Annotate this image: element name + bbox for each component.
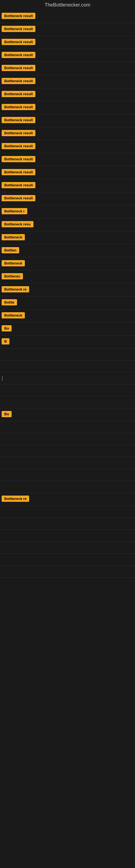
- bottleneck-result-badge[interactable]: Bottleneck result: [2, 65, 35, 71]
- bottleneck-result-badge[interactable]: Bottleneck result: [2, 156, 35, 162]
- bottleneck-result-badge[interactable]: Bottleneck r: [2, 208, 27, 214]
- table-row: Bottleneck: [0, 257, 135, 271]
- table-row: Bottleneck result: [0, 153, 135, 166]
- bottleneck-result-badge[interactable]: Bottleneck: [2, 260, 25, 267]
- table-row: [0, 506, 135, 518]
- table-row: [0, 396, 135, 408]
- table-row: Bottleneck re: [0, 283, 135, 297]
- table-row: [0, 542, 135, 554]
- bottleneck-result-badge[interactable]: Bottlenec: [2, 273, 23, 279]
- table-row: [0, 518, 135, 530]
- bottleneck-result-badge[interactable]: B: [2, 338, 9, 344]
- table-row: |: [0, 372, 135, 384]
- table-row: Bottleneck result: [0, 166, 135, 179]
- table-row: [0, 421, 135, 433]
- table-row: Bottleneck result: [0, 114, 135, 127]
- table-row: Bottleneck result: [0, 49, 135, 62]
- table-row: Bottleneck result: [0, 62, 135, 75]
- bottleneck-result-badge[interactable]: Bottle: [2, 299, 17, 305]
- table-row: Bottleneck result: [0, 36, 135, 49]
- bottleneck-result-badge[interactable]: Bottleneck result: [2, 104, 35, 110]
- bottleneck-result-badge[interactable]: Bottleneck result: [2, 13, 35, 19]
- table-row: Bottleneck result: [0, 140, 135, 153]
- bottleneck-result-badge[interactable]: Bottleneck resu: [2, 221, 34, 227]
- bottleneck-result-badge[interactable]: Bottleneck result: [2, 26, 35, 32]
- table-row: [0, 361, 135, 372]
- table-row: Bottleneck result: [0, 75, 135, 88]
- bottleneck-result-badge[interactable]: Bo: [2, 411, 12, 417]
- table-row: [0, 433, 135, 445]
- site-title: TheBottlenecker.com: [0, 0, 135, 10]
- bottleneck-result-badge[interactable]: Bottleneck result: [2, 182, 35, 188]
- table-row: Bottlen: [0, 244, 135, 257]
- bottleneck-result-badge[interactable]: Bottleneck re: [2, 496, 29, 502]
- table-row: Bottleneck result: [0, 101, 135, 114]
- bottleneck-result-badge[interactable]: Bottlen: [2, 247, 19, 253]
- table-row: Bottleneck result: [0, 179, 135, 192]
- table-row: [0, 530, 135, 542]
- bottleneck-result-badge[interactable]: Bottleneck re: [2, 286, 29, 292]
- table-row: Bottleneck re: [0, 493, 135, 506]
- table-row: [0, 445, 135, 457]
- table-row: Bottleneck result: [0, 127, 135, 140]
- table-row: [0, 565, 135, 578]
- table-row: Bo: [0, 408, 135, 421]
- bottleneck-result-badge[interactable]: Bottleneck result: [2, 130, 35, 136]
- table-row: Bo: [0, 322, 135, 336]
- table-row: Bottleneck result: [0, 10, 135, 23]
- table-row: Bottlenec: [0, 271, 135, 283]
- table-row: Bottleneck: [0, 310, 135, 322]
- bottleneck-result-badge[interactable]: Bottleneck: [2, 234, 25, 240]
- table-row: Bottleneck resu: [0, 218, 135, 231]
- table-row: Bottleneck result: [0, 23, 135, 36]
- bottleneck-result-badge[interactable]: Bottleneck result: [2, 91, 35, 97]
- table-row: [0, 384, 135, 396]
- bottleneck-result-badge[interactable]: Bottleneck result: [2, 117, 35, 123]
- bottleneck-result-badge[interactable]: Bottleneck result: [2, 52, 35, 58]
- table-row: [0, 457, 135, 469]
- table-row: Bottleneck: [0, 231, 135, 244]
- table-row: B: [0, 336, 135, 348]
- table-row: [0, 469, 135, 481]
- bottleneck-result-badge[interactable]: Bottleneck result: [2, 143, 35, 149]
- bottleneck-result-badge[interactable]: Bottleneck: [2, 312, 25, 318]
- bottleneck-result-badge[interactable]: Bottleneck result: [2, 169, 35, 175]
- bottleneck-result-badge[interactable]: Bottleneck result: [2, 39, 35, 45]
- bottleneck-result-badge[interactable]: Bottleneck result: [2, 195, 35, 201]
- bottleneck-result-badge[interactable]: Bo: [2, 325, 12, 332]
- table-row: Bottleneck result: [0, 192, 135, 205]
- table-row: Bottle: [0, 297, 135, 310]
- table-row: [0, 348, 135, 361]
- table-row: Bottleneck result: [0, 88, 135, 101]
- table-row: [0, 481, 135, 493]
- table-row: [0, 554, 135, 565]
- bottleneck-result-badge[interactable]: Bottleneck result: [2, 78, 35, 84]
- marker-line: |: [2, 375, 3, 381]
- table-row: Bottleneck r: [0, 205, 135, 218]
